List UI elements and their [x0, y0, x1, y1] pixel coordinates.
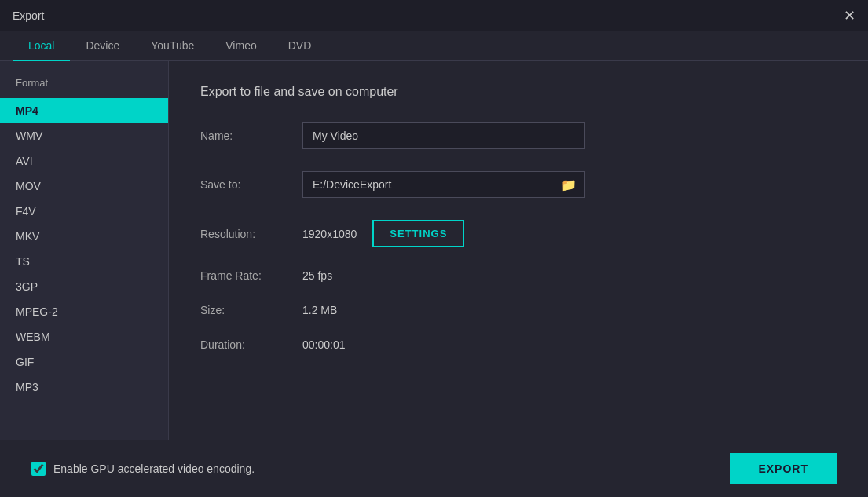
- tab-vimeo[interactable]: Vimeo: [210, 31, 272, 61]
- tab-device[interactable]: Device: [70, 31, 135, 61]
- sidebar-item-mp3[interactable]: MP3: [0, 375, 168, 400]
- gpu-checkbox[interactable]: [31, 462, 46, 476]
- name-input[interactable]: [302, 122, 585, 149]
- duration-row: Duration: 00:00:01: [200, 338, 837, 351]
- gpu-text: Enable GPU accelerated video encoding.: [53, 462, 255, 475]
- settings-button[interactable]: SETTINGS: [372, 220, 464, 247]
- close-button[interactable]: ✕: [844, 9, 855, 23]
- tab-dvd[interactable]: DVD: [273, 31, 328, 61]
- size-value: 1.2 MB: [302, 304, 337, 316]
- panel-title: Export to file and save on computer: [200, 85, 837, 99]
- footer: Enable GPU accelerated video encoding. E…: [0, 440, 868, 497]
- sidebar-item-3gp[interactable]: 3GP: [0, 274, 168, 299]
- dialog-title: Export: [13, 9, 44, 22]
- sidebar-item-avi[interactable]: AVI: [0, 148, 168, 174]
- sidebar-item-ts[interactable]: TS: [0, 249, 168, 274]
- title-bar: Export ✕: [0, 0, 868, 31]
- content-area: Format MP4 WMV AVI MOV F4V MKV TS 3GP MP…: [0, 61, 868, 440]
- frame-rate-label: Frame Rate:: [200, 269, 302, 282]
- folder-icon[interactable]: 📁: [553, 173, 584, 197]
- sidebar-item-mov[interactable]: MOV: [0, 174, 168, 199]
- resolution-wrapper: 1920x1080 SETTINGS: [302, 220, 464, 247]
- sidebar-item-mp4[interactable]: MP4: [0, 98, 168, 123]
- save-to-wrapper: 📁: [302, 171, 585, 198]
- duration-value: 00:00:01: [302, 338, 346, 351]
- save-to-input[interactable]: [303, 172, 553, 197]
- resolution-label: Resolution:: [200, 228, 302, 240]
- duration-label: Duration:: [200, 338, 302, 351]
- sidebar-item-gif[interactable]: GIF: [0, 349, 168, 375]
- sidebar: Format MP4 WMV AVI MOV F4V MKV TS 3GP MP…: [0, 61, 169, 440]
- size-label: Size:: [200, 304, 302, 316]
- frame-rate-row: Frame Rate: 25 fps: [200, 269, 837, 282]
- sidebar-item-mkv[interactable]: MKV: [0, 224, 168, 249]
- frame-rate-value: 25 fps: [302, 269, 332, 282]
- save-to-row: Save to: 📁: [200, 171, 837, 198]
- sidebar-header: Format: [0, 74, 168, 98]
- sidebar-item-mpeg2[interactable]: MPEG-2: [0, 299, 168, 324]
- tab-local[interactable]: Local: [13, 31, 70, 61]
- sidebar-item-wmv[interactable]: WMV: [0, 123, 168, 148]
- sidebar-item-f4v[interactable]: F4V: [0, 199, 168, 224]
- gpu-label[interactable]: Enable GPU accelerated video encoding.: [31, 462, 255, 476]
- sidebar-item-webm[interactable]: WEBM: [0, 324, 168, 349]
- name-row: Name:: [200, 122, 837, 149]
- size-row: Size: 1.2 MB: [200, 304, 837, 316]
- export-dialog: Export ✕ Local Device YouTube Vimeo DVD …: [0, 0, 868, 497]
- name-label: Name:: [200, 130, 302, 142]
- resolution-value: 1920x1080: [302, 228, 357, 240]
- export-button[interactable]: EXPORT: [730, 453, 837, 484]
- save-to-label: Save to:: [200, 178, 302, 191]
- resolution-row: Resolution: 1920x1080 SETTINGS: [200, 220, 837, 247]
- main-panel: Export to file and save on computer Name…: [169, 61, 868, 440]
- tab-bar: Local Device YouTube Vimeo DVD: [0, 31, 868, 61]
- tab-youtube[interactable]: YouTube: [135, 31, 210, 61]
